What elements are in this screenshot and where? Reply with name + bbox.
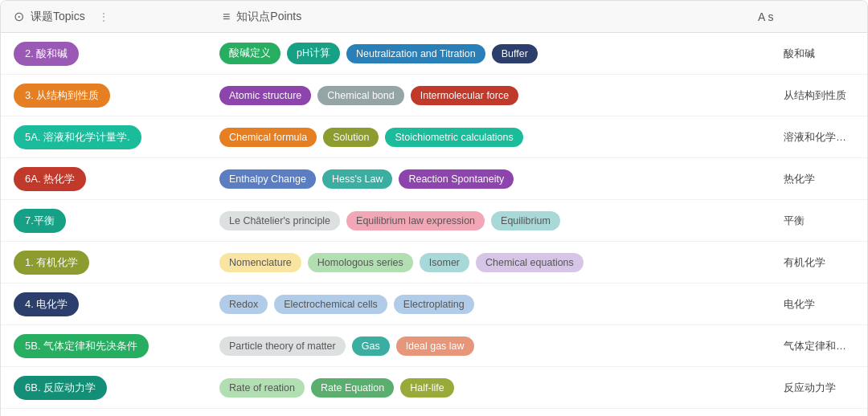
table-body: 2. 酸和碱酸碱定义pH计算Neutralization and Titrati… xyxy=(1,33,867,416)
tag[interactable]: Electrochemical cells xyxy=(274,295,387,314)
tag[interactable]: Atomic structure xyxy=(219,86,311,105)
topic-badge[interactable]: 5B. 气体定律和先决条件 xyxy=(14,334,149,358)
points-cell: Atomic structureChemical bondIntermolecu… xyxy=(210,80,771,112)
sort-header[interactable]: A s xyxy=(758,10,854,23)
side-label: 酸和碱 xyxy=(771,39,867,69)
topic-cell: 2. 酸和碱 xyxy=(1,34,210,74)
tag[interactable]: pH计算 xyxy=(287,43,340,64)
tag[interactable]: Equilibrium xyxy=(491,211,560,230)
topics-menu-icon[interactable]: ⋮ xyxy=(98,10,109,23)
side-label: 平衡 xyxy=(771,206,867,236)
topic-cell: 4. 电化学 xyxy=(1,284,210,324)
points-cell: Rate of reationRate EquationHalf-life xyxy=(210,372,771,404)
topic-cell: 1. 有机化学 xyxy=(1,243,210,283)
side-label: 有机化学 xyxy=(771,247,867,278)
side-label: 气体定律和先决... xyxy=(771,331,867,361)
table-row: 2. 酸和碱酸碱定义pH计算Neutralization and Titrati… xyxy=(1,33,867,75)
tag[interactable]: Intermolecular force xyxy=(411,86,518,105)
tag[interactable]: Homologous series xyxy=(308,253,413,272)
topic-badge[interactable]: 7.平衡 xyxy=(14,209,66,233)
topic-cell: 7.平衡 xyxy=(1,201,210,241)
side-label: 溶液和化学计量学. xyxy=(771,122,867,153)
topics-header: ⊙ 课题Topics ⋮ xyxy=(14,9,223,24)
topic-badge[interactable]: 5A. 溶液和化学计量学. xyxy=(14,125,141,149)
tag[interactable]: Le Châtelier's principle xyxy=(219,211,340,230)
sort-label: A s xyxy=(758,10,773,23)
topic-cell: 6A. 热化学 xyxy=(1,159,210,199)
points-header-label: 知识点Points xyxy=(236,10,301,24)
tag[interactable]: Isomer xyxy=(420,253,469,272)
side-label: 热化学 xyxy=(771,164,867,194)
tag[interactable]: Rate Equation xyxy=(311,378,394,398)
points-cell: Le Châtelier's principleEquilibrium law … xyxy=(210,205,771,237)
side-label: 反应动力学 xyxy=(771,373,867,403)
table-row: 3. 从结构到性质Atomic structureChemical bondIn… xyxy=(1,75,867,116)
topic-cell: 0. 安全性问题 xyxy=(1,410,210,416)
points-cell: Enthalpy ChangeHess's LawReaction Sponta… xyxy=(210,163,771,195)
points-cell: 酸碱定义pH计算Neutralization and TitrationBuff… xyxy=(210,36,771,71)
tag[interactable]: Rate of reation xyxy=(219,378,305,398)
tag[interactable]: Stoichiometric calculations xyxy=(385,128,522,147)
tag[interactable]: Equilibrium law expression xyxy=(346,211,485,230)
topic-badge[interactable]: 6A. 热化学 xyxy=(14,167,86,191)
topics-icon: ⊙ xyxy=(14,9,24,24)
points-cell: RedoxElectrochemical cellsElectroplating xyxy=(210,288,771,320)
tag[interactable]: Buffer xyxy=(492,44,538,63)
topic-badge[interactable]: 2. 酸和碱 xyxy=(14,42,79,66)
tag[interactable]: Particle theory of matter xyxy=(219,336,346,356)
topic-cell: 3. 从结构到性质 xyxy=(1,75,210,116)
topic-cell: 5A. 溶液和化学计量学. xyxy=(1,117,210,157)
topic-cell: 5B. 气体定律和先决条件 xyxy=(1,326,210,366)
points-cell: NomenclatureHomologous seriesIsomerChemi… xyxy=(210,247,771,279)
tag[interactable]: Solution xyxy=(323,128,379,147)
tag[interactable]: Nomenclature xyxy=(219,253,301,272)
topic-badge[interactable]: 6B. 反应动力学 xyxy=(14,376,107,400)
tag[interactable]: Chemical equations xyxy=(476,253,583,272)
tag[interactable]: Gas xyxy=(352,336,390,356)
table-row: 5B. 气体定律和先决条件Particle theory of matterGa… xyxy=(1,325,867,367)
table-row: 5A. 溶液和化学计量学.Chemical formulaSolutionSto… xyxy=(1,116,867,158)
points-icon: ≡ xyxy=(223,10,230,24)
table-header: ⊙ 课题Topics ⋮ ≡ 知识点Points A s xyxy=(1,1,867,33)
tag[interactable]: Redox xyxy=(219,295,268,314)
points-header: ≡ 知识点Points xyxy=(223,10,758,24)
tag[interactable]: Enthalpy Change xyxy=(219,169,316,189)
main-container: ⊙ 课题Topics ⋮ ≡ 知识点Points A s 2. 酸和碱酸碱定义p… xyxy=(0,0,868,416)
topic-badge[interactable]: 3. 从结构到性质 xyxy=(14,84,110,108)
points-cell: Chemical formulaSolutionStoichiometric c… xyxy=(210,121,771,153)
topic-cell: 6B. 反应动力学 xyxy=(1,368,210,408)
table-row: 6A. 热化学Enthalpy ChangeHess's LawReaction… xyxy=(1,158,867,200)
table-row: 0. 安全性问题WHMIS symbolsHazardous chemicals… xyxy=(1,409,867,416)
tag[interactable]: 酸碱定义 xyxy=(219,43,280,64)
tag[interactable]: Half-life xyxy=(400,378,453,398)
tag[interactable]: Electroplating xyxy=(394,295,474,314)
topic-badge[interactable]: 1. 有机化学 xyxy=(14,251,89,275)
tag[interactable]: Ideal gas law xyxy=(396,336,474,356)
table-row: 1. 有机化学NomenclatureHomologous seriesIsom… xyxy=(1,242,867,283)
tag[interactable]: Reaction Spontaneity xyxy=(399,169,514,189)
table-row: 4. 电化学RedoxElectrochemical cellsElectrop… xyxy=(1,283,867,325)
tag[interactable]: Hess's Law xyxy=(322,169,393,189)
side-label: 从结构到性质 xyxy=(771,80,867,111)
topic-badge[interactable]: 4. 电化学 xyxy=(14,292,79,316)
side-label: 电化学 xyxy=(771,289,867,320)
tag[interactable]: Chemical bond xyxy=(317,86,403,105)
table-row: 7.平衡Le Châtelier's principleEquilibrium … xyxy=(1,200,867,242)
tag[interactable]: Neutralization and Titration xyxy=(346,44,485,63)
table-row: 6B. 反应动力学Rate of reationRate EquationHal… xyxy=(1,367,867,409)
topics-header-label: 课题Topics xyxy=(31,10,85,24)
points-cell: Particle theory of matterGasIdeal gas la… xyxy=(210,330,771,362)
tag[interactable]: Chemical formula xyxy=(219,128,317,147)
